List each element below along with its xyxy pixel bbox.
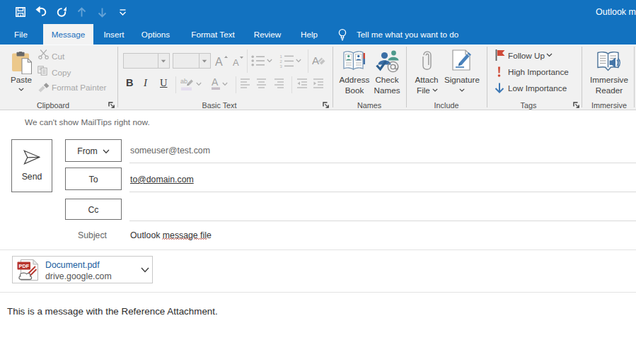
svg-text:1: 1: [280, 54, 283, 59]
svg-text:A: A: [233, 57, 239, 67]
svg-text:A: A: [212, 76, 219, 88]
svg-text:A: A: [215, 56, 223, 67]
svg-text:A: A: [312, 54, 319, 66]
svg-text:2: 2: [280, 59, 283, 64]
svg-text:ab: ab: [180, 78, 187, 85]
svg-text:3: 3: [280, 64, 283, 68]
svg-text:PDF: PDF: [19, 263, 30, 269]
